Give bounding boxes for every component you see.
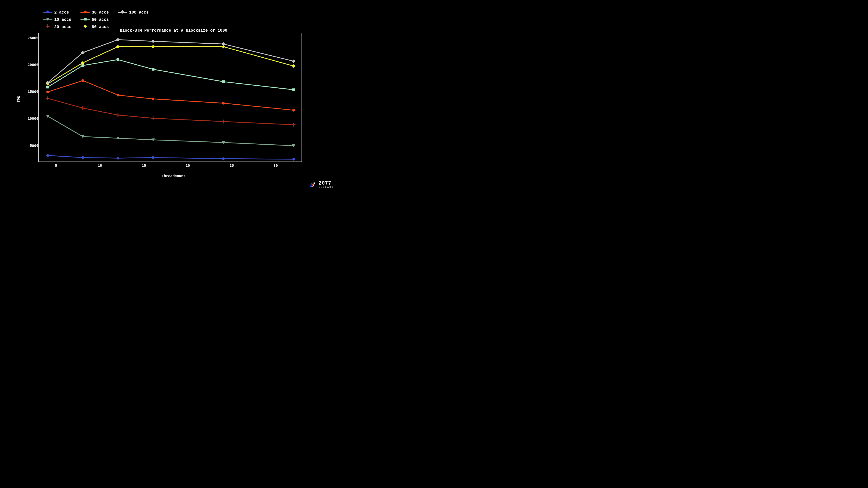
brand-sub: RESEARCH xyxy=(318,186,336,188)
legend-label: 50 accs xyxy=(92,18,109,22)
svg-marker-38 xyxy=(116,38,120,41)
svg-point-19 xyxy=(81,79,84,82)
svg-point-10 xyxy=(222,157,225,160)
svg-rect-29 xyxy=(292,88,295,91)
svg-marker-39 xyxy=(151,39,155,43)
chart-lines xyxy=(39,33,303,162)
svg-rect-28 xyxy=(222,80,225,83)
chart-title: Block-STM Performance at a blocksize of … xyxy=(120,28,227,33)
svg-point-8 xyxy=(117,157,119,160)
svg-marker-40 xyxy=(221,42,225,46)
legend-item: 20 accs xyxy=(43,25,71,29)
svg-rect-24 xyxy=(46,86,49,88)
legend-label: 20 accs xyxy=(54,25,71,29)
brand-year: 2077 xyxy=(318,181,336,186)
logo-icon xyxy=(309,181,316,188)
svg-marker-4 xyxy=(84,25,87,28)
svg-point-9 xyxy=(152,156,154,159)
svg-rect-26 xyxy=(117,58,119,61)
legend-label: 30 accs xyxy=(92,10,109,15)
x-tick: 15 xyxy=(142,164,146,168)
svg-point-2 xyxy=(84,11,87,13)
svg-point-6 xyxy=(46,154,49,157)
y-tick: 5000 xyxy=(30,144,38,148)
svg-point-22 xyxy=(222,102,225,105)
svg-marker-33 xyxy=(151,45,155,48)
legend-label: 100 accs xyxy=(129,10,149,15)
svg-rect-27 xyxy=(152,68,154,71)
legend-label: 10 accs xyxy=(54,18,71,22)
svg-marker-12 xyxy=(46,115,49,118)
svg-point-20 xyxy=(117,94,119,96)
legend-label: 80 accs xyxy=(92,25,109,29)
legend-item: 80 accs xyxy=(81,25,109,29)
legend: 2 accs10 accs20 accs 30 accs50 accs80 ac… xyxy=(43,10,149,29)
y-tick: 15000 xyxy=(28,90,38,94)
svg-point-7 xyxy=(81,156,84,159)
x-tick: 10 xyxy=(98,164,102,168)
y-axis-label: TPS xyxy=(17,96,21,103)
chart-plot-area xyxy=(38,33,302,162)
x-tick: 5 xyxy=(55,164,57,168)
svg-point-0 xyxy=(46,11,49,13)
brand-logo: 2077 RESEARCH xyxy=(309,181,336,188)
legend-item: 10 accs xyxy=(43,18,71,22)
svg-point-11 xyxy=(292,158,295,161)
svg-marker-5 xyxy=(121,10,124,14)
svg-marker-35 xyxy=(292,64,296,68)
y-tick: 10000 xyxy=(28,117,38,121)
svg-point-18 xyxy=(46,91,49,93)
x-axis-ticks: 51015202530 xyxy=(38,164,302,170)
svg-marker-41 xyxy=(292,59,296,63)
x-tick: 20 xyxy=(186,164,190,168)
legend-item: 2 accs xyxy=(43,10,71,15)
x-tick: 25 xyxy=(229,164,234,168)
legend-item: 30 accs xyxy=(81,10,109,15)
x-axis-label: Threadcount xyxy=(162,174,186,178)
x-tick: 30 xyxy=(274,164,278,168)
svg-marker-1 xyxy=(46,18,49,21)
y-tick: 20000 xyxy=(28,63,38,67)
svg-point-23 xyxy=(292,109,295,111)
svg-rect-3 xyxy=(84,18,87,21)
legend-item: 50 accs xyxy=(81,18,109,22)
svg-marker-31 xyxy=(81,61,85,65)
svg-point-21 xyxy=(152,98,154,100)
legend-label: 2 accs xyxy=(54,10,69,15)
svg-marker-32 xyxy=(116,45,120,48)
y-tick: 25000 xyxy=(28,36,38,40)
legend-item: 100 accs xyxy=(118,10,149,15)
y-axis-ticks: 500010000150002000025000 xyxy=(23,33,38,162)
